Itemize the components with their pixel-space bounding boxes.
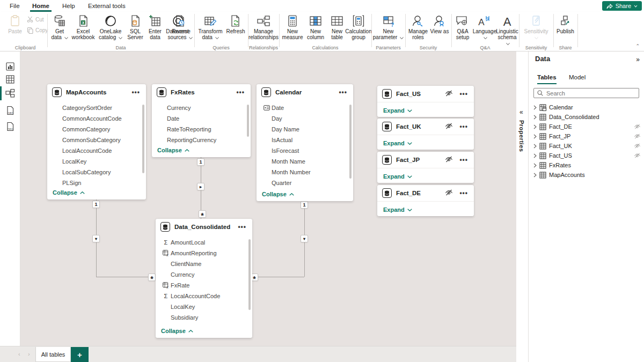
- field-row[interactable]: Currency: [156, 269, 252, 280]
- manage-relationships-button[interactable]: Manage relationships: [249, 13, 278, 40]
- field-row[interactable]: ClientName: [156, 258, 252, 269]
- hidden-eye-icon[interactable]: [634, 143, 641, 149]
- refresh-button[interactable]: Refresh: [225, 13, 246, 34]
- language-button[interactable]: A Language: [473, 13, 496, 40]
- collapse-data-pane-icon[interactable]: »: [636, 56, 640, 63]
- field-list-item-fact-jp[interactable]: Fact_JP: [533, 131, 641, 141]
- dax-query-view-icon[interactable]: DAX: [0, 103, 20, 118]
- field-row[interactable]: ΣLocalAccountCode: [156, 291, 252, 301]
- more-options-icon[interactable]: •••: [237, 225, 247, 229]
- transform-data-button[interactable]: Transform data: [196, 13, 224, 40]
- field-row[interactable]: PLSign: [47, 178, 146, 188]
- prev-page-icon[interactable]: ‹: [18, 351, 20, 357]
- new-parameter-button[interactable]: ? New parameter: [372, 13, 404, 40]
- new-table-button[interactable]: New table: [327, 13, 347, 40]
- calculation-group-button[interactable]: Calculation group: [347, 13, 370, 40]
- tab-tables[interactable]: Tables: [537, 74, 557, 84]
- hidden-eye-icon[interactable]: [445, 188, 453, 198]
- sql-server-button[interactable]: SQL Server: [126, 13, 145, 40]
- table-card-fxrates[interactable]: FxRates ••• Currency Date RateToReportin…: [152, 84, 251, 157]
- field-list-item-fact-de[interactable]: Fact_DE: [533, 122, 641, 131]
- field-row[interactable]: LocalKey: [47, 156, 146, 167]
- linguistic-schema-button[interactable]: A Linguistic schema: [495, 13, 519, 46]
- menu-help[interactable]: Help: [60, 0, 77, 12]
- field-row[interactable]: CommonAccountCode: [47, 113, 146, 124]
- hidden-eye-icon[interactable]: [445, 122, 453, 131]
- field-row[interactable]: LocalSubCategory: [47, 167, 146, 178]
- field-row[interactable]: Month Name: [257, 156, 353, 167]
- field-row[interactable]: IsActual: [257, 135, 353, 145]
- manage-roles-button[interactable]: Manage roles: [406, 13, 430, 40]
- more-options-icon[interactable]: •••: [458, 124, 469, 129]
- field-row[interactable]: RateToReporting: [152, 124, 251, 135]
- collapse-link[interactable]: Collapse: [161, 328, 193, 334]
- menu-file[interactable]: File: [8, 0, 22, 12]
- field-row[interactable]: Quarter: [257, 178, 353, 188]
- relationship-line[interactable]: [96, 277, 156, 277]
- field-row[interactable]: Currency: [152, 102, 251, 113]
- more-options-icon[interactable]: •••: [235, 90, 246, 94]
- search-box[interactable]: [533, 88, 639, 98]
- menu-external-tools[interactable]: External tools: [86, 0, 128, 12]
- expand-link[interactable]: Expand: [383, 206, 412, 213]
- publish-button[interactable]: Publish: [554, 13, 576, 34]
- collapse-link[interactable]: Collapse: [157, 147, 189, 153]
- cut-button[interactable]: Cut: [27, 16, 44, 23]
- field-row[interactable]: LocalKey: [156, 301, 252, 312]
- next-page-icon[interactable]: ›: [28, 351, 30, 357]
- menu-home[interactable]: Home: [30, 0, 52, 12]
- paste-button[interactable]: Paste: [5, 13, 25, 34]
- card-scrollbar[interactable]: [247, 105, 249, 137]
- new-column-button[interactable]: New column: [305, 13, 326, 40]
- more-options-icon[interactable]: •••: [458, 191, 469, 195]
- field-row[interactable]: ΣAmountLocal: [156, 237, 252, 248]
- hidden-eye-icon[interactable]: [634, 153, 641, 158]
- table-card-fact-uk[interactable]: Fact_UK ••• Expand: [377, 119, 474, 150]
- relationship-line[interactable]: [252, 277, 304, 277]
- hidden-eye-icon[interactable]: [634, 124, 641, 129]
- table-view-icon[interactable]: [0, 72, 20, 87]
- model-canvas[interactable]: 1 ▾ * 1 ▸ * 1 ▾ * MapAccounts ••• Catego…: [20, 51, 516, 346]
- field-row[interactable]: xFxRate: [156, 280, 252, 291]
- tab-all-tables[interactable]: All tables: [35, 347, 71, 362]
- field-row[interactable]: CommonCategory: [47, 124, 146, 135]
- field-row[interactable]: xAmountReporting: [156, 248, 252, 258]
- tab-model[interactable]: Model: [569, 74, 586, 83]
- hidden-eye-icon[interactable]: [634, 134, 641, 139]
- qa-setup-button[interactable]: Q&A setup: [452, 13, 473, 40]
- field-row[interactable]: LocalAccountCode: [47, 145, 146, 156]
- table-card-fact-us[interactable]: Fact_US ••• Expand: [377, 86, 474, 117]
- share-button[interactable]: Share: [602, 1, 642, 11]
- excel-workbook-button[interactable]: X Excel workbook: [71, 13, 96, 40]
- collapse-ribbon-icon[interactable]: ⌃: [635, 43, 640, 49]
- card-scrollbar[interactable]: [142, 105, 144, 173]
- copy-button[interactable]: Copy: [27, 27, 48, 34]
- field-row[interactable]: Subsidiary: [156, 312, 252, 323]
- enter-data-button[interactable]: Enter data: [146, 13, 164, 40]
- hidden-eye-icon[interactable]: [445, 89, 453, 99]
- hidden-eye-icon[interactable]: [445, 155, 453, 165]
- field-row[interactable]: Day: [257, 113, 353, 124]
- field-list-item-calendar[interactable]: Calendar: [533, 102, 641, 112]
- expand-link[interactable]: Expand: [383, 173, 412, 180]
- field-list-item-fxrates[interactable]: FxRates: [533, 160, 641, 170]
- onelake-catalog-button[interactable]: OneLake catalog: [97, 13, 125, 40]
- properties-pane-collapsed[interactable]: « Properties: [516, 51, 529, 362]
- table-card-data-consolidated[interactable]: Data_Consolidated ••• ΣAmountLocal xAmou…: [156, 219, 252, 338]
- field-row[interactable]: CategorySortOrder: [47, 102, 146, 113]
- field-list-item-mapaccounts[interactable]: MapAccounts: [533, 170, 641, 180]
- search-input[interactable]: [546, 90, 627, 97]
- view-as-button[interactable]: View as: [430, 13, 449, 34]
- field-row[interactable]: ReportingCurrency: [152, 135, 251, 145]
- field-list-item-fact-uk[interactable]: Fact_UK: [533, 141, 641, 151]
- field-row[interactable]: Month Number: [257, 167, 353, 178]
- tmdl-view-icon[interactable]: TMDL: [0, 119, 20, 134]
- field-list-item-fact-us[interactable]: Fact_US: [533, 151, 641, 160]
- more-options-icon[interactable]: •••: [458, 158, 469, 162]
- card-scrollbar[interactable]: [248, 239, 251, 310]
- collapse-link[interactable]: Collapse: [53, 189, 85, 196]
- field-row[interactable]: Day Name: [257, 124, 353, 135]
- add-layout-button[interactable]: +: [71, 347, 89, 362]
- table-card-calendar[interactable]: Calendar ••• Date Day Day Name IsActual …: [257, 84, 353, 201]
- sensitivity-button[interactable]: Sensitivity: [520, 13, 552, 40]
